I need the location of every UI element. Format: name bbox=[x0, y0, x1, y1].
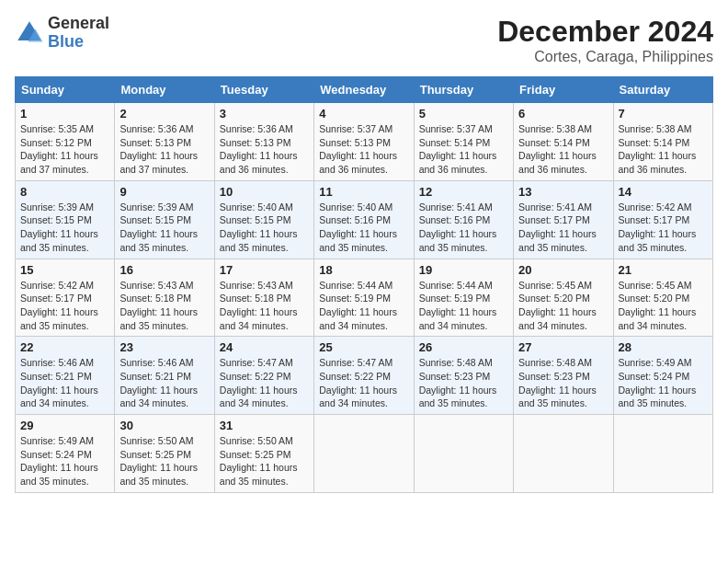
day-number: 17 bbox=[220, 263, 309, 277]
calendar-cell: 23Sunrise: 5:46 AM Sunset: 5:21 PM Dayli… bbox=[115, 337, 214, 415]
day-number: 14 bbox=[619, 185, 708, 199]
calendar-cell: 8Sunrise: 5:39 AM Sunset: 5:15 PM Daylig… bbox=[16, 180, 115, 259]
day-info: Sunrise: 5:40 AM Sunset: 5:15 PM Dayligh… bbox=[220, 201, 309, 255]
weekday-header-wednesday: Wednesday bbox=[314, 77, 414, 103]
day-number: 26 bbox=[419, 340, 508, 354]
day-info: Sunrise: 5:35 AM Sunset: 5:12 PM Dayligh… bbox=[20, 122, 109, 177]
day-info: Sunrise: 5:41 AM Sunset: 5:17 PM Dayligh… bbox=[518, 201, 608, 255]
day-number: 10 bbox=[220, 185, 309, 199]
weekday-header-monday: Monday bbox=[115, 77, 214, 103]
day-number: 16 bbox=[119, 263, 209, 277]
calendar-cell: 4Sunrise: 5:37 AM Sunset: 5:13 PM Daylig… bbox=[314, 103, 414, 181]
day-number: 8 bbox=[20, 185, 109, 199]
day-info: Sunrise: 5:38 AM Sunset: 5:14 PM Dayligh… bbox=[518, 122, 608, 177]
day-info: Sunrise: 5:37 AM Sunset: 5:14 PM Dayligh… bbox=[419, 122, 508, 177]
day-number: 9 bbox=[119, 185, 209, 199]
calendar-cell: 2Sunrise: 5:36 AM Sunset: 5:13 PM Daylig… bbox=[115, 103, 214, 181]
day-info: Sunrise: 5:39 AM Sunset: 5:15 PM Dayligh… bbox=[119, 201, 209, 255]
day-info: Sunrise: 5:43 AM Sunset: 5:18 PM Dayligh… bbox=[119, 279, 209, 333]
calendar-cell: 25Sunrise: 5:47 AM Sunset: 5:22 PM Dayli… bbox=[314, 337, 414, 415]
calendar-cell: 18Sunrise: 5:44 AM Sunset: 5:19 PM Dayli… bbox=[314, 259, 414, 337]
day-number: 22 bbox=[20, 340, 109, 354]
day-number: 31 bbox=[220, 419, 309, 432]
calendar-cell: 10Sunrise: 5:40 AM Sunset: 5:15 PM Dayli… bbox=[214, 180, 313, 259]
calendar-cell: 12Sunrise: 5:41 AM Sunset: 5:16 PM Dayli… bbox=[414, 180, 513, 259]
calendar-cell: 26Sunrise: 5:48 AM Sunset: 5:23 PM Dayli… bbox=[414, 337, 513, 415]
day-info: Sunrise: 5:50 AM Sunset: 5:25 PM Dayligh… bbox=[220, 434, 309, 488]
day-number: 28 bbox=[619, 340, 708, 354]
day-info: Sunrise: 5:47 AM Sunset: 5:22 PM Dayligh… bbox=[220, 356, 309, 410]
calendar-cell bbox=[514, 415, 613, 493]
calendar-week-row: 15Sunrise: 5:42 AM Sunset: 5:17 PM Dayli… bbox=[16, 259, 713, 337]
calendar-cell: 6Sunrise: 5:38 AM Sunset: 5:14 PM Daylig… bbox=[514, 103, 613, 181]
day-number: 24 bbox=[220, 340, 309, 354]
header: General Blue December 2024 Cortes, Carag… bbox=[15, 15, 713, 65]
day-info: Sunrise: 5:41 AM Sunset: 5:16 PM Dayligh… bbox=[419, 201, 508, 255]
calendar-week-row: 29Sunrise: 5:49 AM Sunset: 5:24 PM Dayli… bbox=[16, 415, 713, 493]
weekday-header-tuesday: Tuesday bbox=[214, 77, 313, 103]
day-number: 13 bbox=[518, 185, 608, 199]
logo-text: General Blue bbox=[48, 15, 109, 52]
day-number: 29 bbox=[20, 419, 109, 432]
day-number: 1 bbox=[20, 107, 109, 121]
day-number: 5 bbox=[419, 107, 508, 121]
calendar-cell: 17Sunrise: 5:43 AM Sunset: 5:18 PM Dayli… bbox=[214, 259, 313, 337]
day-number: 21 bbox=[619, 263, 708, 277]
day-info: Sunrise: 5:47 AM Sunset: 5:22 PM Dayligh… bbox=[319, 356, 408, 410]
calendar-cell: 29Sunrise: 5:49 AM Sunset: 5:24 PM Dayli… bbox=[16, 415, 115, 493]
calendar-cell: 9Sunrise: 5:39 AM Sunset: 5:15 PM Daylig… bbox=[115, 180, 214, 259]
day-info: Sunrise: 5:49 AM Sunset: 5:24 PM Dayligh… bbox=[619, 356, 708, 410]
weekday-header-saturday: Saturday bbox=[613, 77, 712, 103]
day-number: 20 bbox=[518, 263, 608, 277]
calendar-cell: 20Sunrise: 5:45 AM Sunset: 5:20 PM Dayli… bbox=[514, 259, 613, 337]
calendar-cell: 27Sunrise: 5:48 AM Sunset: 5:23 PM Dayli… bbox=[514, 337, 613, 415]
day-info: Sunrise: 5:36 AM Sunset: 5:13 PM Dayligh… bbox=[220, 122, 309, 177]
day-number: 3 bbox=[220, 107, 309, 121]
calendar-cell bbox=[414, 415, 513, 493]
day-info: Sunrise: 5:37 AM Sunset: 5:13 PM Dayligh… bbox=[319, 122, 408, 177]
calendar-cell: 28Sunrise: 5:49 AM Sunset: 5:24 PM Dayli… bbox=[613, 337, 712, 415]
day-info: Sunrise: 5:48 AM Sunset: 5:23 PM Dayligh… bbox=[419, 356, 508, 410]
day-number: 25 bbox=[319, 340, 408, 354]
day-number: 2 bbox=[119, 107, 209, 121]
page-subtitle: Cortes, Caraga, Philippines bbox=[497, 49, 713, 65]
day-number: 27 bbox=[518, 340, 608, 354]
calendar-cell bbox=[314, 415, 414, 493]
day-info: Sunrise: 5:40 AM Sunset: 5:16 PM Dayligh… bbox=[319, 201, 408, 255]
day-number: 4 bbox=[319, 107, 408, 121]
day-number: 23 bbox=[119, 340, 209, 354]
calendar-cell: 16Sunrise: 5:43 AM Sunset: 5:18 PM Dayli… bbox=[115, 259, 214, 337]
calendar-cell: 7Sunrise: 5:38 AM Sunset: 5:14 PM Daylig… bbox=[613, 103, 712, 181]
day-info: Sunrise: 5:42 AM Sunset: 5:17 PM Dayligh… bbox=[619, 201, 708, 255]
calendar-week-row: 22Sunrise: 5:46 AM Sunset: 5:21 PM Dayli… bbox=[16, 337, 713, 415]
calendar-cell: 11Sunrise: 5:40 AM Sunset: 5:16 PM Dayli… bbox=[314, 180, 414, 259]
calendar-cell: 24Sunrise: 5:47 AM Sunset: 5:22 PM Dayli… bbox=[214, 337, 313, 415]
day-number: 6 bbox=[518, 107, 608, 121]
calendar-cell: 15Sunrise: 5:42 AM Sunset: 5:17 PM Dayli… bbox=[16, 259, 115, 337]
calendar-week-row: 1Sunrise: 5:35 AM Sunset: 5:12 PM Daylig… bbox=[16, 103, 713, 181]
calendar-cell: 3Sunrise: 5:36 AM Sunset: 5:13 PM Daylig… bbox=[214, 103, 313, 181]
calendar-cell: 19Sunrise: 5:44 AM Sunset: 5:19 PM Dayli… bbox=[414, 259, 513, 337]
day-info: Sunrise: 5:44 AM Sunset: 5:19 PM Dayligh… bbox=[419, 279, 508, 333]
day-info: Sunrise: 5:36 AM Sunset: 5:13 PM Dayligh… bbox=[119, 122, 209, 177]
calendar-cell: 13Sunrise: 5:41 AM Sunset: 5:17 PM Dayli… bbox=[514, 180, 613, 259]
day-number: 12 bbox=[419, 185, 508, 199]
calendar-cell: 14Sunrise: 5:42 AM Sunset: 5:17 PM Dayli… bbox=[613, 180, 712, 259]
weekday-header-row: SundayMondayTuesdayWednesdayThursdayFrid… bbox=[16, 77, 713, 103]
calendar-cell: 1Sunrise: 5:35 AM Sunset: 5:12 PM Daylig… bbox=[16, 103, 115, 181]
day-info: Sunrise: 5:46 AM Sunset: 5:21 PM Dayligh… bbox=[20, 356, 109, 410]
day-number: 19 bbox=[419, 263, 508, 277]
calendar-week-row: 8Sunrise: 5:39 AM Sunset: 5:15 PM Daylig… bbox=[16, 180, 713, 259]
day-info: Sunrise: 5:38 AM Sunset: 5:14 PM Dayligh… bbox=[619, 122, 708, 177]
day-number: 15 bbox=[20, 263, 109, 277]
calendar-cell: 31Sunrise: 5:50 AM Sunset: 5:25 PM Dayli… bbox=[214, 415, 313, 493]
calendar-cell: 21Sunrise: 5:45 AM Sunset: 5:20 PM Dayli… bbox=[613, 259, 712, 337]
title-area: December 2024 Cortes, Caraga, Philippine… bbox=[497, 15, 713, 65]
day-info: Sunrise: 5:43 AM Sunset: 5:18 PM Dayligh… bbox=[220, 279, 309, 333]
logo-icon bbox=[15, 18, 44, 48]
logo-line1: General bbox=[48, 15, 109, 33]
weekday-header-thursday: Thursday bbox=[414, 77, 513, 103]
day-info: Sunrise: 5:39 AM Sunset: 5:15 PM Dayligh… bbox=[20, 201, 109, 255]
day-number: 11 bbox=[319, 185, 408, 199]
day-info: Sunrise: 5:49 AM Sunset: 5:24 PM Dayligh… bbox=[20, 434, 109, 488]
